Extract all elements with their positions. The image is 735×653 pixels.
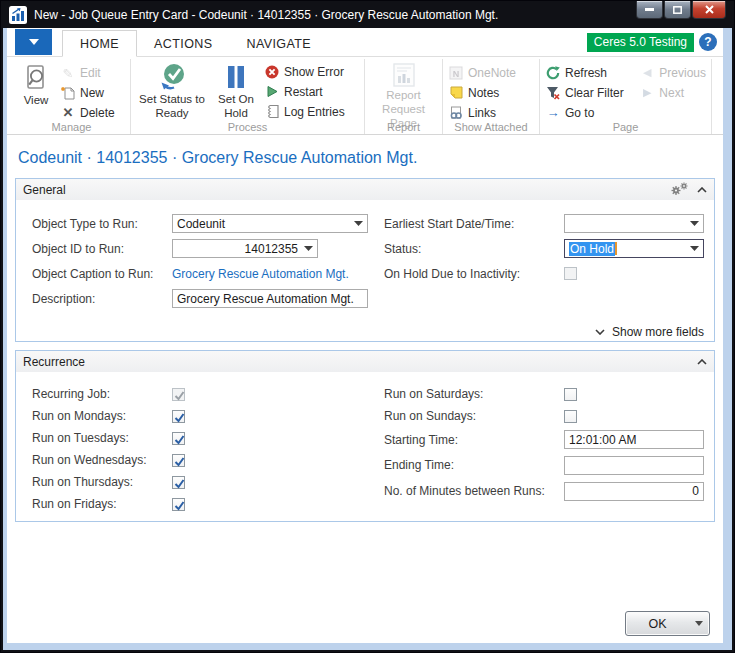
view-button[interactable]: View — [15, 60, 57, 121]
restart-play-icon — [264, 84, 280, 99]
fasttab-recurrence: Recurrence Recurring Job: — [15, 350, 715, 522]
titlebar[interactable]: New - Job Queue Entry Card - Codeunit · … — [1, 1, 734, 28]
previous-icon: ◀ — [639, 65, 655, 80]
starting-time-input[interactable] — [569, 433, 699, 447]
field-run-fridays: Run on Fridays: — [32, 493, 384, 515]
dropdown-arrow-icon[interactable] — [690, 246, 699, 251]
description-input[interactable] — [177, 292, 363, 306]
ribbon-group-page: Refresh Clear Filter → Go to — [540, 59, 712, 134]
group-label-page: Page — [540, 121, 711, 133]
field-description: Description: — [32, 286, 384, 311]
set-status-ready-icon — [157, 62, 187, 92]
onenote-button: N OneNote — [445, 64, 519, 81]
window-title: New - Job Queue Entry Card - Codeunit · … — [34, 8, 498, 22]
collapse-general-icon[interactable] — [697, 187, 707, 193]
svg-text:N: N — [453, 68, 460, 78]
field-run-wednesdays: Run on Wednesdays: — [32, 449, 384, 471]
page-title: Codeunit · 14012355 · Grocery Rescue Aut… — [15, 135, 715, 178]
application-menu-button[interactable] — [15, 29, 52, 55]
ribbon-group-manage: View ✎ Edit New ✕ Delete — [13, 59, 131, 134]
app-menu-arrow-icon — [29, 39, 39, 45]
set-status-to-ready-button[interactable]: Set Status to Ready — [133, 60, 211, 121]
fasttab-general-header[interactable]: General — [16, 179, 714, 200]
group-label-process: Process — [131, 121, 364, 133]
collapse-recurrence-icon[interactable] — [697, 359, 707, 365]
help-button[interactable]: ? — [699, 33, 717, 51]
delete-icon: ✕ — [60, 105, 76, 120]
next-button: ▶ Next — [636, 84, 709, 101]
run-on-sundays-checkbox[interactable] — [564, 410, 577, 423]
clear-filter-button[interactable]: Clear Filter — [542, 84, 636, 101]
links-button[interactable]: Links — [445, 104, 519, 121]
dropdown-arrow-icon[interactable] — [304, 246, 313, 251]
run-on-saturdays-checkbox[interactable] — [564, 388, 577, 401]
object-type-label: Object Type to Run: — [32, 217, 172, 231]
refresh-button[interactable]: Refresh — [542, 64, 636, 81]
minimize-button[interactable] — [636, 1, 663, 19]
onenote-icon: N — [448, 65, 464, 80]
show-more-fields-button[interactable]: Show more fields — [16, 315, 714, 341]
status-label: Status: — [384, 242, 564, 256]
environment-badge: Ceres 5.0 Testing — [587, 33, 694, 52]
set-on-hold-button[interactable]: Set On Hold — [211, 60, 261, 121]
report-request-page-icon — [391, 62, 417, 88]
restart-button[interactable]: Restart — [261, 83, 348, 100]
new-button[interactable]: New — [57, 85, 118, 102]
earliest-start-combo[interactable] — [564, 214, 704, 233]
close-button[interactable] — [692, 1, 726, 19]
object-caption-link[interactable]: Grocery Rescue Automation Mgt. — [172, 267, 349, 281]
tab-navigate[interactable]: NAVIGATE — [229, 31, 328, 56]
go-to-button[interactable]: → Go to — [542, 104, 636, 121]
field-minutes-between-runs: No. of Minutes between Runs: — [384, 478, 708, 504]
run-on-wednesdays-checkbox[interactable] — [172, 454, 185, 467]
group-label-report: Report — [365, 121, 442, 133]
field-run-tuesdays: Run on Tuesdays: — [32, 427, 384, 449]
error-icon — [264, 64, 280, 79]
log-entries-button[interactable]: Log Entries — [261, 103, 348, 120]
description-label: Description: — [32, 292, 172, 306]
ribbon-group-process: Set Status to Ready Set On Hold Show Err… — [131, 59, 365, 134]
field-recurring-job: Recurring Job: — [32, 383, 384, 405]
object-id-combo[interactable]: 14012355 — [172, 239, 318, 258]
run-on-thursdays-checkbox[interactable] — [172, 476, 185, 489]
ok-dropdown-arrow-icon[interactable] — [689, 621, 709, 626]
dialog-footer: OK — [625, 611, 710, 636]
field-object-id: Object ID to Run: 14012355 — [32, 236, 384, 261]
ribbon-group-report: Report Request Page Report — [365, 59, 443, 134]
fasttab-recurrence-title: Recurrence — [23, 355, 85, 369]
status-combo[interactable]: On Hold — [564, 239, 704, 258]
ribbon: View ✎ Edit New ✕ Delete — [7, 57, 723, 135]
fasttab-general: General Object Type to Run: Code — [15, 178, 715, 342]
window-controls — [636, 1, 726, 19]
customize-gears-icon[interactable] — [670, 182, 689, 197]
ending-time-input[interactable] — [569, 458, 699, 472]
run-on-tuesdays-checkbox[interactable] — [172, 432, 185, 445]
restore-button[interactable] — [664, 1, 691, 19]
dropdown-arrow-icon[interactable] — [354, 221, 363, 226]
delete-button[interactable]: ✕ Delete — [57, 104, 118, 121]
show-error-button[interactable]: Show Error — [261, 63, 348, 80]
tab-actions[interactable]: ACTIONS — [137, 31, 229, 56]
notes-button[interactable]: Notes — [445, 84, 519, 101]
dropdown-arrow-icon[interactable] — [690, 221, 699, 226]
object-type-combo[interactable]: Codeunit — [172, 214, 368, 233]
status-selected-text: On Hold — [569, 242, 615, 256]
minutes-between-runs-input[interactable] — [569, 484, 699, 498]
restore-icon — [673, 6, 682, 14]
minimize-icon — [645, 8, 654, 11]
field-object-type: Object Type to Run: Codeunit — [32, 211, 384, 236]
log-scroll-icon — [264, 104, 280, 119]
run-on-mondays-checkbox[interactable] — [172, 410, 185, 423]
earliest-start-label: Earliest Start Date/Time: — [384, 217, 564, 231]
run-on-fridays-checkbox[interactable] — [172, 498, 185, 511]
page-body: Codeunit · 14012355 · Grocery Rescue Aut… — [7, 135, 723, 643]
tab-home[interactable]: HOME — [62, 30, 137, 57]
ok-button[interactable]: OK — [625, 611, 710, 636]
field-on-hold-inactivity: On Hold Due to Inactivity: — [384, 261, 708, 286]
clear-filter-icon — [545, 85, 561, 100]
fasttab-recurrence-header[interactable]: Recurrence — [16, 351, 714, 372]
go-to-arrow-icon: → — [545, 105, 561, 120]
object-caption-label: Object Caption to Run: — [32, 267, 172, 281]
ribbon-group-show-attached: N OneNote Notes Links — [443, 59, 540, 134]
edit-icon: ✎ — [60, 66, 76, 81]
